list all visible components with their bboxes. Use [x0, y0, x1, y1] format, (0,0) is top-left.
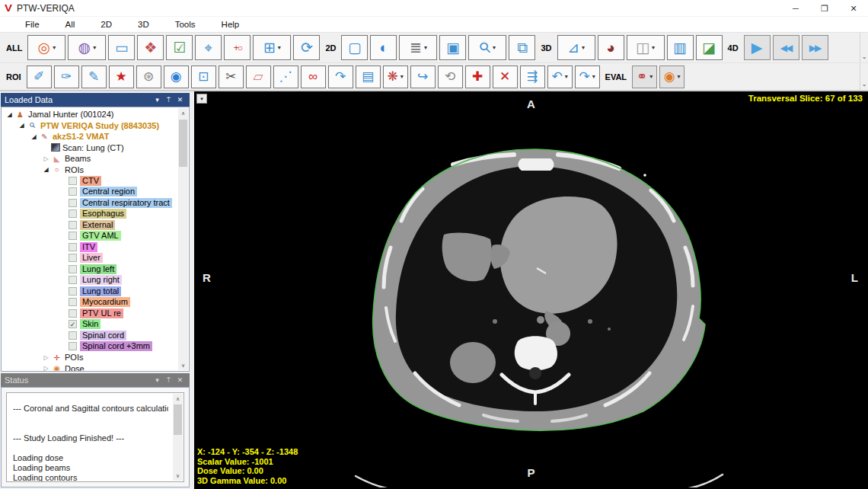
view-options-dropdown[interactable]: ▾	[196, 94, 207, 104]
window-level-button[interactable]: ◐	[370, 35, 397, 60]
tree-node-dose[interactable]: ▷◉Dose	[2, 363, 189, 372]
boolean-button[interactable]: ◉	[164, 66, 189, 88]
roi-visibility-checkbox[interactable]	[69, 243, 77, 251]
copy-contour-button[interactable]: ↷	[328, 66, 353, 88]
menu-tools[interactable]: Tools	[162, 20, 209, 29]
structure-display-button[interactable]: ◍▾	[68, 35, 106, 60]
isodose-display-button[interactable]: ◎▾	[27, 35, 65, 60]
expanded-arrow-icon[interactable]: ◢	[29, 133, 39, 140]
dropdown-arrow-icon[interactable]: ▾	[582, 44, 585, 51]
play-button[interactable]: ▶	[744, 35, 771, 60]
interpolate-points-button[interactable]: ⋰	[273, 66, 298, 88]
close-icon[interactable]: ✕	[174, 96, 186, 104]
roi-item-central-region[interactable]: Central region	[2, 187, 189, 198]
transfer-contour-button[interactable]: ↪	[410, 66, 436, 88]
plan-check-button[interactable]: ☑	[166, 35, 193, 60]
expanded-arrow-icon[interactable]: ◢	[5, 111, 14, 118]
magnify-region-button[interactable]: ▣	[439, 35, 466, 60]
close-icon[interactable]: ✕	[174, 376, 186, 384]
roi-visibility-checkbox[interactable]	[69, 177, 77, 185]
add-contour-button[interactable]: ✚	[465, 66, 490, 88]
previous-phase-button[interactable]: ◀◀	[773, 35, 799, 60]
auto-segment-button[interactable]: ❋▾	[383, 66, 408, 88]
scrollbar-thumb[interactable]	[174, 404, 182, 435]
machine-button[interactable]: ❖	[137, 35, 164, 60]
scroll-up-icon[interactable]: ∧	[178, 108, 188, 118]
dropdown-arrow-icon[interactable]: ▾	[652, 44, 655, 51]
roi-item-lung-total[interactable]: Lung total	[2, 286, 189, 297]
brush-button[interactable]: ✐	[27, 66, 52, 88]
roi-visibility-checkbox[interactable]	[69, 309, 77, 318]
zoom-button[interactable]: ⚲▾	[468, 35, 506, 60]
tree-node-pois[interactable]: ▷✛POIs	[2, 352, 189, 363]
gamma-analysis-button[interactable]: ◉▾	[659, 66, 685, 88]
dropdown-arrow-icon[interactable]: ▾	[592, 73, 595, 80]
region-grow-button[interactable]: ⊛	[136, 66, 161, 88]
tree-node-beams[interactable]: ▷◣Beams	[2, 153, 189, 165]
roi-visibility-checkbox[interactable]	[69, 232, 77, 240]
eraser-button[interactable]: ▱	[246, 66, 271, 88]
tree-node-akzs1-2-vmat[interactable]: ◢✎akzS1-2 VMAT	[2, 131, 189, 142]
point-chain-button[interactable]: ∞	[301, 66, 326, 88]
roi-visibility-checkbox[interactable]	[69, 221, 77, 229]
status-header[interactable]: Status ▾ ⍑ ✕	[1, 373, 190, 387]
smart-brush-button[interactable]: ✑	[54, 66, 79, 88]
scroll-down-icon[interactable]: ∨	[173, 471, 183, 481]
tree-node-scan-lung-ct[interactable]: Scan: Lung (CT)	[2, 142, 189, 154]
scroll-down-icon[interactable]: ∨	[178, 360, 188, 370]
propagate-slices-button[interactable]: ⇶	[520, 66, 545, 88]
roi-visibility-checkbox[interactable]: ✓	[69, 320, 77, 328]
reset-orientation-button[interactable]: ⟳	[293, 35, 320, 60]
dropdown-arrow-icon[interactable]: ▾	[649, 73, 653, 80]
undo-button[interactable]: ↶▾	[547, 66, 573, 88]
seed-contour-button[interactable]: ★	[109, 66, 134, 88]
slice-options-button[interactable]: ≣▾	[399, 35, 437, 60]
next-phase-button[interactable]: ▶▶	[802, 35, 828, 60]
maximize-button-icon[interactable]: ❐	[810, 0, 839, 17]
surface-3d-button[interactable]: ◕	[598, 35, 624, 60]
tree-node-jamal-hunter-001024[interactable]: ◢♟Jamal Hunter (001024)	[2, 109, 189, 120]
roi-item-liver[interactable]: Liver	[2, 253, 189, 264]
roi-item-spinal-cord-3mm[interactable]: Spinal cord +3mm	[2, 341, 189, 353]
layout-button[interactable]: ⊞▾	[253, 35, 291, 60]
collapsed-arrow-icon[interactable]: ▷	[41, 354, 51, 361]
rotate-3d-button[interactable]: ◫▾	[627, 35, 665, 60]
roi-visibility-checkbox[interactable]	[69, 265, 77, 273]
roi-visibility-checkbox[interactable]	[69, 199, 77, 207]
roi-item-myocardium[interactable]: Myocardium	[2, 297, 189, 308]
roi-item-gtv-aml[interactable]: GTV AML	[2, 231, 189, 242]
pen-button[interactable]: ✎	[81, 66, 107, 88]
margin-button[interactable]: ⊡	[191, 66, 216, 88]
planes-3d-button[interactable]: ◪	[696, 35, 723, 60]
status-scrollbar[interactable]: ∧ ∨	[173, 394, 183, 481]
add-poi-button[interactable]: +○	[224, 35, 251, 60]
roi-visibility-checkbox[interactable]	[69, 287, 77, 296]
roi-visibility-checkbox[interactable]	[69, 209, 77, 218]
panel-menu-icon[interactable]: ▾	[152, 96, 163, 104]
roi-item-lung-right[interactable]: Lung right	[2, 275, 189, 286]
roi-item-itv[interactable]: ITV	[2, 241, 189, 253]
dropdown-arrow-icon[interactable]: ▾	[93, 44, 96, 51]
scene-settings-button[interactable]: ▥	[667, 35, 694, 60]
panel-menu-icon[interactable]: ▾	[152, 376, 163, 384]
roi-item-spinal-cord[interactable]: Spinal cord	[2, 330, 189, 341]
tree-node-ptw-veriqa-study-8843035[interactable]: ◢⚲PTW VERIQA Study (8843035)	[2, 120, 189, 132]
dropdown-arrow-icon[interactable]: ▾	[278, 44, 281, 51]
roi-visibility-checkbox[interactable]	[69, 331, 77, 340]
menu-2d[interactable]: 2D	[88, 20, 125, 29]
transversal-view[interactable]: ▾ Transversal Slice: 67 of 133 A R L P X…	[194, 91, 868, 489]
redo-button[interactable]: ↷▾	[575, 66, 600, 88]
close-button-icon[interactable]: ✕	[839, 0, 868, 17]
toolbar-overflow-button[interactable]: ⌄	[860, 63, 868, 90]
tree-scrollbar[interactable]: ∧ ∨	[178, 108, 188, 370]
dropdown-arrow-icon[interactable]: ▾	[53, 44, 56, 51]
roi-visibility-checkbox[interactable]	[69, 298, 77, 306]
roi-item-ptv-ul-re[interactable]: PTV UL re	[2, 308, 189, 319]
expanded-arrow-icon[interactable]: ◢	[41, 166, 51, 173]
menu-file[interactable]: File	[12, 20, 53, 29]
link-datasets-button[interactable]: ⚭▾	[632, 66, 657, 88]
dropdown-arrow-icon[interactable]: ▾	[400, 73, 404, 80]
roi-visibility-checkbox[interactable]	[69, 276, 77, 284]
roi-visibility-checkbox[interactable]	[69, 254, 77, 262]
dropdown-arrow-icon[interactable]: ▾	[678, 73, 681, 80]
